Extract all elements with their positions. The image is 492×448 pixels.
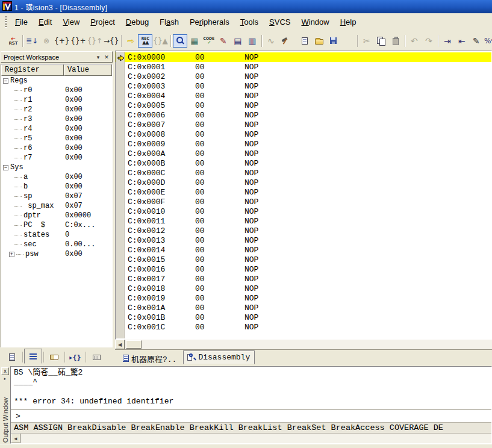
command-log[interactable]: BS \簡苍__砳_驚2 ____^ *** error 34: undefin… <box>11 367 491 409</box>
tree-row[interactable]: sec0.00... <box>1 240 112 249</box>
workspace-regs-tab[interactable] <box>24 349 42 364</box>
workspace-books-tab[interactable] <box>45 350 63 364</box>
app-icon[interactable] <box>2 1 12 13</box>
undo-button[interactable]: ↶ <box>407 34 422 48</box>
copy-button[interactable] <box>374 34 388 48</box>
disasm-line[interactable]: C:0x001700NOP <box>116 274 491 284</box>
run-button[interactable]: ≣↓ <box>25 34 39 48</box>
tree-section-sys[interactable]: −Sys <box>1 163 112 172</box>
halt-button[interactable]: ⊗ <box>39 34 54 48</box>
toggle-bookmark-button[interactable]: ✎ <box>469 34 484 48</box>
tree-row[interactable]: sp_max0x07 <box>1 201 112 211</box>
next-bookmark-button[interactable]: %↷ <box>484 34 492 48</box>
menu-tools[interactable]: Tools <box>235 14 264 30</box>
menu-file[interactable]: File <box>10 14 33 30</box>
disasm-line[interactable]: C:0x000A00NOP <box>116 149 491 158</box>
workspace-files-tab[interactable] <box>3 350 21 364</box>
toolbox-button[interactable] <box>278 34 293 48</box>
command-prompt[interactable]: > <box>11 409 491 422</box>
scroll-left-button[interactable]: ◀ <box>115 340 125 349</box>
disasm-line[interactable]: C:0x000500NOP <box>116 101 491 110</box>
tree-row[interactable]: dptr0x0000 <box>1 211 112 220</box>
tree-row[interactable]: PC $C:0x... <box>1 220 112 230</box>
tab-source-file[interactable]: 机器原程?.. <box>120 352 181 364</box>
disasm-line[interactable]: C:0x001C00NOP <box>116 322 491 332</box>
disasm-line[interactable]: C:0x001A00NOP <box>116 303 491 313</box>
workspace-caption[interactable]: Project Workspace ▾ ✕ <box>1 51 113 63</box>
serial-window-button[interactable]: ▥ <box>245 34 260 48</box>
new-file-button[interactable] <box>297 34 312 48</box>
disasm-line[interactable]: C:0x000C00NOP <box>116 168 491 178</box>
tree-row[interactable]: r00x00 <box>1 86 112 95</box>
disasm-line[interactable]: C:0x001100NOP <box>116 216 491 226</box>
expander-icon[interactable]: − <box>3 165 8 170</box>
paste-button[interactable] <box>388 34 403 48</box>
menu-view[interactable]: View <box>57 14 85 30</box>
tree-row[interactable]: a0x00 <box>1 172 112 182</box>
unindent-button[interactable]: ⇤ <box>455 34 469 48</box>
breakpoint-gutter[interactable] <box>116 52 125 338</box>
disassembly-window-toggle[interactable] <box>173 34 187 48</box>
save-file-button[interactable] <box>326 34 341 48</box>
expander-icon[interactable]: + <box>9 252 14 257</box>
disasm-line[interactable]: C:0x000000NOP <box>116 52 491 62</box>
menubar-grip[interactable] <box>5 16 7 28</box>
tree-row[interactable]: +psw0x00 <box>1 249 112 259</box>
step-into-button[interactable]: {+} <box>54 34 70 48</box>
disasm-line[interactable]: C:0x001500NOP <box>116 255 491 264</box>
disasm-line[interactable]: C:0x001900NOP <box>116 293 491 303</box>
disasm-line[interactable]: C:0x000700NOP <box>116 120 491 129</box>
output-close-icon[interactable]: x <box>1 367 9 375</box>
tree-row[interactable]: r10x00 <box>1 95 112 105</box>
titlebar[interactable]: 1 - 璜ision3 - [Disassembly] <box>0 0 492 13</box>
indent-button[interactable]: ⇥ <box>440 34 455 48</box>
show-next-statement-button[interactable]: ⇨ <box>123 34 138 48</box>
tree-row[interactable]: states0 <box>1 230 112 240</box>
tree-section-regs[interactable]: −Regs <box>1 76 112 86</box>
tree-row[interactable]: r20x00 <box>1 105 112 114</box>
menu-window[interactable]: Window <box>296 14 334 30</box>
column-header-register[interactable]: Register <box>1 64 64 76</box>
disasm-line[interactable]: C:0x000300NOP <box>116 81 491 91</box>
step-over-button[interactable]: {}+ <box>70 34 86 48</box>
disasm-line[interactable]: C:0x000100NOP <box>116 62 491 72</box>
menu-flash[interactable]: Flash <box>154 14 184 30</box>
column-header-value[interactable]: Value <box>64 64 112 76</box>
disasm-line[interactable]: C:0x000400NOP <box>116 91 491 101</box>
scroll-thumb[interactable] <box>126 340 142 349</box>
disasm-line[interactable]: C:0x001000NOP <box>116 207 491 216</box>
reset-cpu-button[interactable]: ←RST <box>6 34 20 48</box>
disasm-line[interactable]: C:0x001B00NOP <box>116 313 491 322</box>
disasm-line[interactable]: C:0x000200NOP <box>116 72 491 81</box>
output-menu-arrow-icon[interactable]: ▸ <box>4 376 7 381</box>
trace-recording-toggle[interactable]: REC▲▲ <box>138 34 152 48</box>
disasm-line[interactable]: C:0x000B00NOP <box>116 158 491 168</box>
open-file-button[interactable] <box>312 34 326 48</box>
menu-project[interactable]: Project <box>85 14 120 30</box>
code-coverage-button[interactable]: CODE✓ <box>202 34 216 48</box>
workspace-functions-tab[interactable]: ▸{} <box>66 350 84 364</box>
expander-icon[interactable]: − <box>3 78 8 84</box>
disasm-line[interactable]: C:0x000600NOP <box>116 110 491 120</box>
tree-row[interactable]: r60x00 <box>1 143 112 153</box>
disasm-line[interactable]: C:0x000900NOP <box>116 139 491 149</box>
disasm-line[interactable]: C:0x001600NOP <box>116 264 491 274</box>
analysis-window-button[interactable]: ∿ <box>264 34 278 48</box>
output-scroll-left-button[interactable]: ◀ <box>11 434 20 443</box>
disasm-line[interactable]: C:0x001800NOP <box>116 284 491 293</box>
menu-peripherals[interactable]: Peripherals <box>184 14 235 30</box>
disasm-line[interactable]: C:0x000800NOP <box>116 129 491 139</box>
watch-window-button[interactable]: ▦ <box>187 34 202 48</box>
cut-button[interactable]: ✂ <box>360 34 374 48</box>
view-trace-records-button[interactable]: {}▲ <box>152 34 169 48</box>
tree-row[interactable]: r40x00 <box>1 124 112 134</box>
run-to-cursor-button[interactable]: →{} <box>103 34 119 48</box>
memory-window-button[interactable]: ▤ <box>231 34 245 48</box>
tree-row[interactable]: b0x00 <box>1 182 112 191</box>
workspace-close-icon[interactable]: ✕ <box>102 53 111 61</box>
disasm-line[interactable]: C:0x001200NOP <box>116 226 491 235</box>
tree-row[interactable]: sp0x07 <box>1 191 112 201</box>
save-all-button[interactable] <box>341 34 355 48</box>
redo-button[interactable]: ↷ <box>422 34 436 48</box>
step-out-button[interactable]: {}↑ <box>87 34 103 48</box>
